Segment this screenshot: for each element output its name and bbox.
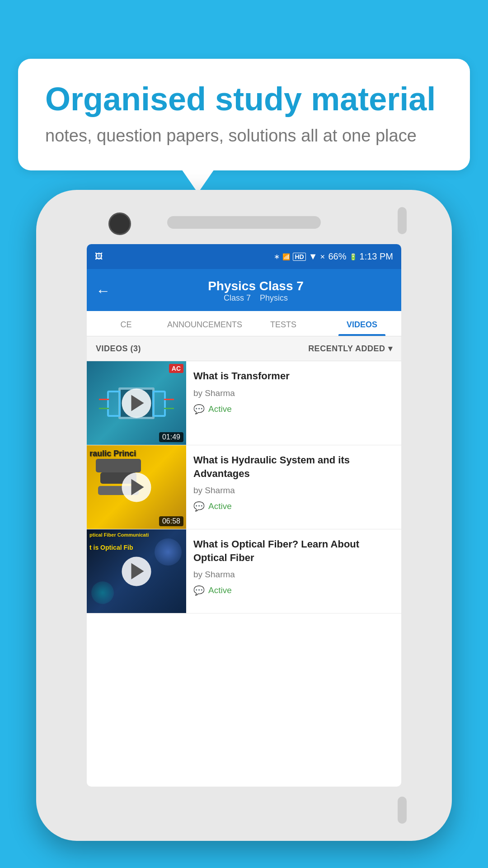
video-thumbnail-1: AC 01:49 (87, 361, 186, 445)
ac-badge: AC (169, 364, 183, 373)
status-bar: 🖼 ∗ 📶 HD ▼ ✕ 66% 🔋 1:13 PM (87, 244, 401, 269)
video-info-1: What is Transformer by Sharma 💬 Active (186, 361, 401, 445)
play-button-3[interactable] (122, 557, 151, 586)
thumb-text-3b: t is Optical Fib (89, 544, 133, 552)
video-count-label: VIDEOS (3) (96, 344, 141, 354)
list-item[interactable]: ptical Fiber Communicati t is Optical Fi… (87, 529, 401, 613)
video-title-3: What is Optical Fiber? Learn About Optic… (193, 538, 394, 564)
video-status-1: 💬 Active (193, 404, 394, 415)
video-status-3: 💬 Active (193, 585, 394, 596)
phone-volume-button (398, 797, 407, 824)
image-icon: 🖼 (95, 252, 103, 261)
bubble-subtitle: notes, question papers, solutions all at… (45, 126, 443, 146)
bubble-title: Organised study material (45, 81, 443, 117)
app-bar-title-block: Physics Class 7 Class 7 Physics (119, 279, 392, 303)
video-author-1: by Sharma (193, 388, 394, 398)
active-status-2: Active (208, 501, 232, 511)
wifi-icon: ▼ (309, 251, 318, 262)
play-button-1[interactable] (122, 388, 151, 418)
video-list: AC 01:49 What is Transformer by Sharma 💬… (87, 361, 401, 613)
video-author-3: by Sharma (193, 570, 394, 580)
status-left: 🖼 (95, 252, 103, 261)
video-title-2: What is Hydraulic System and its Advanta… (193, 453, 394, 480)
app-bar: ← Physics Class 7 Class 7 Physics (87, 269, 401, 311)
battery-icon: 🔋 (349, 253, 357, 260)
sort-dropdown[interactable]: RECENTLY ADDED ▾ (308, 344, 392, 354)
chat-icon-3: 💬 (193, 585, 205, 596)
phone-camera (108, 212, 131, 235)
data-icon: ✕ (320, 253, 325, 260)
video-author-2: by Sharma (193, 486, 394, 495)
thumb-text-3a: ptical Fiber Communicati (89, 532, 149, 538)
active-status-3: Active (208, 585, 232, 595)
app-bar-subtitle: Class 7 Physics (119, 293, 392, 303)
app-bar-title: Physics Class 7 (119, 279, 392, 293)
tab-bar: CE ANNOUNCEMENTS TESTS VIDEOS (87, 311, 401, 336)
phone-power-button (398, 207, 407, 234)
video-title-1: What is Transformer (193, 369, 394, 383)
sort-label: RECENTLY ADDED (308, 344, 385, 354)
phone-screen: 🖼 ∗ 📶 HD ▼ ✕ 66% 🔋 1:13 PM ← Physics Cla… (87, 244, 401, 787)
video-duration-1: 01:49 (159, 432, 183, 442)
tab-tests[interactable]: TESTS (244, 311, 323, 336)
play-button-2[interactable] (122, 472, 151, 502)
thumb-text-2: raulic Princi (89, 449, 136, 459)
chat-icon-1: 💬 (193, 404, 205, 415)
time-display: 1:13 PM (360, 251, 393, 262)
signal-icon: 📶 (282, 253, 290, 260)
list-item[interactable]: raulic Princi 06:58 What is Hydraulic Sy… (87, 445, 401, 529)
phone-speaker (167, 216, 321, 229)
video-info-3: What is Optical Fiber? Learn About Optic… (186, 529, 401, 613)
video-info-2: What is Hydraulic System and its Advanta… (186, 445, 401, 529)
tab-announcements[interactable]: ANNOUNCEMENTS (165, 311, 244, 336)
back-button[interactable]: ← (96, 283, 110, 299)
hd-badge: HD (293, 253, 305, 261)
active-status-1: Active (208, 404, 232, 414)
filter-bar: VIDEOS (3) RECENTLY ADDED ▾ (87, 336, 401, 361)
tab-videos[interactable]: VIDEOS (323, 311, 401, 336)
list-item[interactable]: AC 01:49 What is Transformer by Sharma 💬… (87, 361, 401, 445)
tab-ce[interactable]: CE (87, 311, 165, 336)
bluetooth-icon: ∗ (274, 252, 280, 261)
chat-icon-2: 💬 (193, 501, 205, 512)
video-status-2: 💬 Active (193, 501, 394, 512)
video-thumbnail-2: raulic Princi 06:58 (87, 445, 186, 529)
phone-frame: 🖼 ∗ 📶 HD ▼ ✕ 66% 🔋 1:13 PM ← Physics Cla… (36, 190, 452, 841)
video-duration-2: 06:58 (159, 516, 183, 526)
battery-percent: 66% (328, 251, 346, 262)
status-right: ∗ 📶 HD ▼ ✕ 66% 🔋 1:13 PM (274, 251, 393, 262)
chevron-down-icon: ▾ (388, 344, 393, 354)
speech-bubble: Organised study material notes, question… (18, 59, 470, 170)
video-thumbnail-3: ptical Fiber Communicati t is Optical Fi… (87, 529, 186, 613)
